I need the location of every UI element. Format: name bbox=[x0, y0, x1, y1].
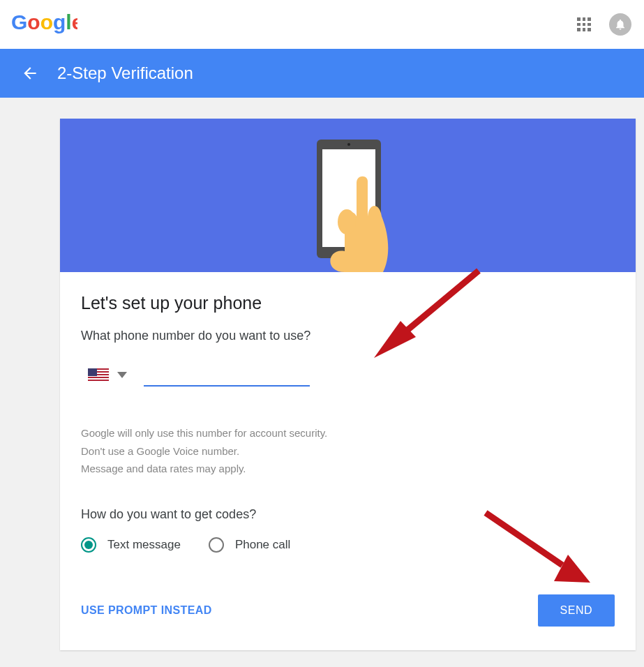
radio-text-message[interactable]: Text message bbox=[81, 537, 181, 553]
svg-point-3 bbox=[347, 143, 350, 146]
card-footer: USE PROMPT INSTEAD SEND bbox=[81, 594, 615, 627]
svg-rect-13 bbox=[88, 368, 97, 376]
radio-icon-unselected bbox=[209, 537, 224, 553]
note-line-3: Message and data rates may apply. bbox=[81, 460, 615, 478]
svg-rect-11 bbox=[88, 378, 109, 380]
code-method-radios: Text message Phone call bbox=[81, 537, 615, 553]
page-header-bar: 2-Step Verification bbox=[0, 49, 644, 98]
google-logo[interactable]: Google bbox=[11, 11, 77, 38]
us-flag-icon bbox=[88, 368, 109, 382]
country-selector[interactable] bbox=[81, 364, 134, 387]
send-button[interactable]: SEND bbox=[538, 594, 615, 627]
note-line-2: Don't use a Google Voice number. bbox=[81, 442, 615, 460]
use-prompt-link[interactable]: USE PROMPT INSTEAD bbox=[81, 604, 212, 617]
notifications-button[interactable] bbox=[609, 13, 631, 36]
svg-marker-16 bbox=[554, 555, 590, 583]
phone-number-input[interactable] bbox=[144, 364, 310, 387]
phone-question: What phone number do you want to use? bbox=[81, 329, 615, 343]
back-arrow-icon[interactable] bbox=[21, 64, 39, 82]
radio-label-text: Text message bbox=[107, 538, 181, 552]
svg-text:Google: Google bbox=[11, 11, 77, 33]
radio-phone-call[interactable]: Phone call bbox=[209, 537, 290, 553]
note-line-1: Google will only use this number for acc… bbox=[81, 424, 615, 442]
chevron-down-icon bbox=[117, 372, 127, 379]
setup-heading: Let's set up your phone bbox=[81, 293, 615, 313]
code-method-question: How do you want to get codes? bbox=[81, 507, 615, 522]
page-title: 2-Step Verification bbox=[57, 63, 193, 83]
apps-icon[interactable] bbox=[577, 17, 591, 31]
card-content: Let's set up your phone What phone numbe… bbox=[60, 272, 636, 650]
top-bar-actions bbox=[577, 13, 631, 36]
svg-marker-14 bbox=[117, 372, 127, 378]
setup-card: Let's set up your phone What phone numbe… bbox=[60, 119, 636, 650]
radio-label-call: Phone call bbox=[235, 538, 290, 552]
hero-illustration bbox=[60, 119, 636, 272]
radio-icon-selected bbox=[81, 537, 96, 553]
top-app-bar: Google bbox=[0, 0, 644, 49]
svg-rect-12 bbox=[88, 381, 109, 382]
phone-input-row bbox=[81, 364, 615, 387]
page-body: Let's set up your phone What phone numbe… bbox=[0, 98, 644, 667]
svg-point-4 bbox=[338, 209, 356, 234]
bell-icon bbox=[614, 18, 627, 31]
annotation-arrow-1 bbox=[367, 264, 486, 368]
disclaimer-text: Google will only use this number for acc… bbox=[81, 424, 615, 478]
